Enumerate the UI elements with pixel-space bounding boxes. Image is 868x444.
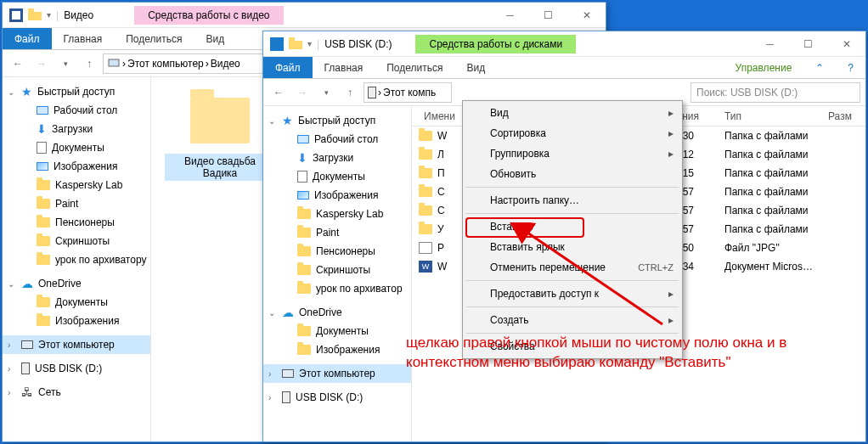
nav-item-pictures[interactable]: Изображения [263, 340, 411, 359]
nav-network[interactable]: ›🖧Сеть [3, 383, 150, 402]
nav-quick-access[interactable]: ⌄★Быстрый доступ [263, 111, 411, 130]
nav-forward-button[interactable]: → [31, 53, 52, 74]
qat-dropdown-icon[interactable]: ▾ [47, 10, 51, 20]
titlebar[interactable]: ▾ | USB DISK (D:) Средства работы с диск… [263, 31, 865, 57]
expand-icon[interactable]: ⌄ [8, 279, 14, 289]
nav-onedrive[interactable]: ⌄☁OneDrive [263, 303, 411, 322]
nav-history-icon[interactable]: ▾ [316, 82, 336, 103]
ribbon-tab-file[interactable]: Файл [3, 28, 52, 49]
ribbon-tab-home[interactable]: Главная [52, 28, 115, 49]
close-button[interactable]: ✕ [567, 3, 606, 28]
maximize-button[interactable]: ☐ [789, 31, 827, 57]
nav-item-folder[interactable]: Пенсионеры [3, 213, 150, 232]
expand-icon[interactable]: ⌄ [268, 308, 275, 318]
ribbon-collapse-icon[interactable]: ⌃ [803, 57, 836, 78]
nav-up-button[interactable]: ↑ [79, 53, 99, 74]
nav-item-folder[interactable]: Kaspersky Lab [3, 176, 150, 194]
ctx-new[interactable]: Создать▸ [465, 310, 680, 330]
context-menu[interactable]: Вид▸ Сортировка▸ Группировка▸ Обновить Н… [462, 100, 683, 359]
navigation-pane[interactable]: ⌄★Быстрый доступ Рабочий стол ⬇Загрузки … [3, 77, 151, 441]
nav-item-pictures[interactable]: Изображения [3, 157, 150, 176]
nav-item-folder[interactable]: Скриншоты [263, 261, 411, 279]
nav-this-pc[interactable]: ›Этот компьютер [263, 364, 411, 383]
app-icon [9, 8, 23, 22]
nav-item-downloads[interactable]: ⬇Загрузки [3, 120, 150, 138]
maximize-button[interactable]: ☐ [529, 3, 567, 28]
nav-onedrive[interactable]: ⌄☁OneDrive [3, 274, 150, 293]
nav-item-folder[interactable]: Пенсионеры [263, 242, 411, 261]
chevron-right-icon[interactable]: › [378, 87, 381, 98]
nav-item-documents[interactable]: Документы [3, 293, 150, 312]
ctx-properties[interactable]: Свойства [465, 336, 680, 357]
nav-item-folder[interactable]: урок по архиватору [3, 250, 150, 269]
breadcrumb[interactable]: › Этот компь [364, 82, 452, 103]
nav-usb-disk[interactable]: ›USB DISK (D:) [263, 388, 411, 407]
ctx-share[interactable]: Предоставить доступ к▸ [465, 284, 680, 304]
nav-back-button[interactable]: ← [8, 53, 28, 74]
qat-dropdown-icon[interactable]: ▾ [307, 39, 312, 48]
nav-usb-disk[interactable]: ›USB DISK (D:) [3, 359, 150, 378]
ribbon-tab-file[interactable]: Файл [263, 57, 313, 78]
ribbon-tab-view[interactable]: Вид [454, 57, 497, 78]
navigation-pane[interactable]: ⌄★Быстрый доступ Рабочий стол ⬇Загрузки … [263, 106, 412, 441]
breadcrumb-segment[interactable]: Этот компьютер [127, 58, 204, 70]
contextual-tab-disk[interactable]: Средства работы с дисками [415, 35, 576, 53]
ctx-view[interactable]: Вид▸ [465, 103, 680, 123]
nav-this-pc[interactable]: ›Этот компьютер [3, 335, 150, 354]
nav-item-pictures[interactable]: Изображения [263, 186, 411, 205]
expand-icon[interactable]: › [8, 340, 10, 350]
contextual-tab-video[interactable]: Средства работы с видео [134, 6, 283, 25]
nav-back-button[interactable]: ← [268, 82, 289, 103]
chevron-right-icon[interactable]: › [122, 58, 126, 70]
close-button[interactable]: ✕ [827, 31, 865, 57]
expand-icon[interactable]: › [8, 364, 10, 374]
nav-quick-access[interactable]: ⌄★Быстрый доступ [3, 82, 150, 101]
nav-item-documents[interactable]: Документы [3, 138, 150, 157]
col-size[interactable]: Разм [823, 110, 865, 122]
ctx-paste-shortcut[interactable]: Вставить ярлык [465, 237, 680, 257]
nav-item-pictures[interactable]: Изображения [3, 312, 150, 330]
ribbon-tab-share[interactable]: Поделиться [114, 28, 194, 49]
chevron-right-icon[interactable]: › [206, 58, 209, 70]
minimize-button[interactable]: ─ [491, 3, 529, 28]
ctx-label: Вид [490, 107, 509, 119]
nav-item-folder[interactable]: Скриншоты [3, 232, 150, 250]
expand-icon[interactable]: › [8, 388, 10, 397]
nav-up-button[interactable]: ↑ [340, 82, 360, 103]
ctx-refresh[interactable]: Обновить [465, 164, 680, 184]
ribbon-tab-manage[interactable]: Управление [724, 57, 804, 78]
nav-item-folder[interactable]: урок по архиватор [263, 279, 411, 298]
nav-item-folder[interactable]: Paint [3, 194, 150, 213]
nav-item-documents[interactable]: Документы [263, 322, 411, 340]
breadcrumb-segment[interactable]: Видео [211, 58, 240, 70]
nav-item-desktop[interactable]: Рабочий стол [3, 101, 150, 120]
search-input[interactable]: Поиск: USB DISK (D:) [690, 82, 860, 103]
minimize-button[interactable]: ─ [751, 31, 789, 57]
ctx-customize[interactable]: Настроить папку… [465, 190, 680, 211]
ctx-group[interactable]: Группировка▸ [465, 143, 680, 164]
expand-icon[interactable]: ⌄ [8, 87, 14, 97]
expand-icon[interactable]: › [268, 393, 271, 402]
nav-item-downloads[interactable]: ⬇Загрузки [263, 149, 411, 167]
titlebar[interactable]: ▾ | Видео Средства работы с видео ─ ☐ ✕ [3, 3, 606, 28]
ribbon-tab-home[interactable]: Главная [313, 57, 375, 78]
nav-item-folder[interactable]: Kaspersky Lab [263, 205, 411, 223]
nav-item-desktop[interactable]: Рабочий стол [263, 130, 411, 149]
expand-icon[interactable]: › [268, 369, 271, 379]
ribbon-tab-share[interactable]: Поделиться [375, 57, 454, 78]
nav-history-icon[interactable]: ▾ [55, 53, 76, 74]
col-type[interactable]: Тип [704, 110, 823, 122]
nav-forward-button[interactable]: → [292, 82, 313, 103]
ctx-undo[interactable]: Отменить перемещениеCTRL+Z [465, 257, 680, 278]
nav-item-folder[interactable]: Paint [263, 223, 411, 242]
ctx-sort[interactable]: Сортировка▸ [465, 123, 680, 143]
ribbon-tab-view[interactable]: Вид [194, 28, 236, 49]
nav-item-documents[interactable]: Документы [263, 167, 411, 186]
help-icon[interactable]: ? [836, 57, 865, 78]
ctx-label: Обновить [490, 168, 536, 180]
breadcrumb-segment[interactable]: Этот компь [383, 87, 436, 98]
ctx-paste[interactable]: Вставить [465, 216, 680, 237]
file-item-folder[interactable]: Видео свадьба Вадика [165, 91, 275, 181]
expand-icon[interactable]: ⌄ [268, 116, 275, 126]
word-file-icon: W [419, 261, 432, 273]
